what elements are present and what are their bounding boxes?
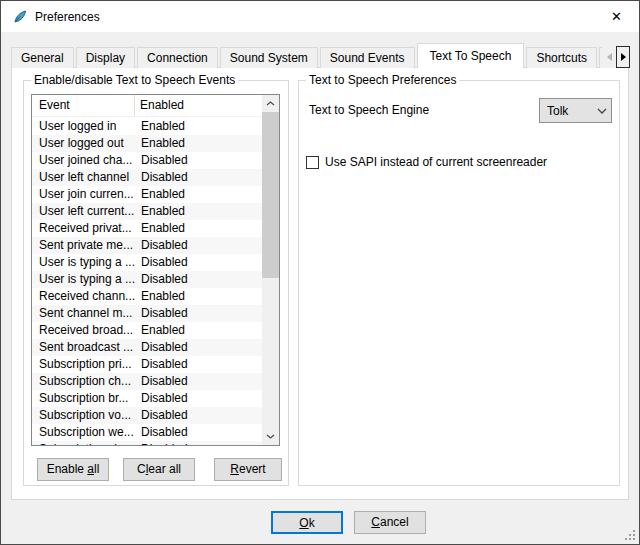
enable-all-button[interactable]: Enable all [37, 458, 109, 481]
tab-scroll-right-button[interactable] [616, 46, 630, 68]
event-row[interactable]: Subscription we... Disabled [32, 424, 262, 441]
event-status: Enabled [136, 118, 262, 135]
list-scrollbar[interactable] [262, 95, 279, 445]
list-rows: User logged in Enabled User logged out E… [32, 118, 262, 445]
tab-general[interactable]: General [11, 47, 74, 68]
revert-button[interactable]: Revert [214, 458, 282, 481]
event-row[interactable]: Received privat... Enabled [32, 220, 262, 237]
chevron-down-icon [266, 434, 275, 439]
event-name: Subscription ch... [32, 373, 136, 390]
tab-scroll-left-button[interactable] [602, 46, 616, 68]
event-row[interactable]: User is typing a ... Disabled [32, 254, 262, 271]
event-name: Subscription we... [32, 424, 136, 441]
event-name: Sent broadcast ... [32, 339, 136, 356]
close-icon[interactable]: ✕ [594, 1, 639, 32]
event-name: User is typing a ... [32, 254, 136, 271]
event-status: Enabled [136, 135, 262, 152]
tab-sound-system[interactable]: Sound System [220, 47, 318, 68]
event-name: Sent channel m... [32, 305, 136, 322]
chevron-down-icon [593, 108, 611, 114]
scrollbar-track[interactable] [262, 112, 279, 428]
tts-events-groupbox: Enable/disable Text to Speech Events Eve… [23, 80, 289, 486]
tab-label: Sound Events [330, 51, 405, 65]
event-row[interactable]: User logged in Enabled [32, 118, 262, 135]
chevron-up-icon [266, 101, 275, 106]
engine-selected-value: Tolk [540, 104, 593, 118]
app-icon [12, 9, 28, 25]
event-row[interactable]: User join curren... Enabled [32, 186, 262, 203]
event-row[interactable]: Sent private me... Disabled [32, 237, 262, 254]
event-status: Disabled [136, 305, 262, 322]
event-name: User join curren... [32, 186, 136, 203]
scrollbar-down-button[interactable] [262, 428, 279, 445]
event-status: Disabled [136, 356, 262, 373]
tab-sound-events[interactable]: Sound Events [320, 47, 415, 68]
tab-connection[interactable]: Connection [137, 47, 218, 68]
preferences-dialog: Preferences ✕ General Display Connection… [0, 0, 640, 545]
tab-page-text-to-speech: Enable/disable Text to Speech Events Eve… [11, 67, 629, 500]
resize-grip[interactable] [625, 530, 627, 532]
event-row[interactable]: Subscription vo... Disabled [32, 407, 262, 424]
ok-button[interactable]: Ok [271, 511, 343, 534]
tab-scroll-buttons [602, 46, 630, 68]
tts-preferences-group-title: Text to Speech Preferences [306, 73, 459, 87]
title-bar[interactable]: Preferences ✕ [1, 1, 639, 32]
event-row[interactable]: User is typing a ... Disabled [32, 271, 262, 288]
sapi-checkbox-label: Use SAPI instead of current screenreader [325, 155, 547, 169]
event-row[interactable]: User joined cha... Disabled [32, 152, 262, 169]
tab-label: Shortcuts [536, 51, 587, 65]
event-name: User joined cha... [32, 152, 136, 169]
event-status: Disabled [136, 169, 262, 186]
column-header-enabled[interactable]: Enabled [135, 95, 262, 116]
event-row[interactable]: Received chann... Enabled [32, 288, 262, 305]
tab-text-to-speech[interactable]: Text To Speech [417, 43, 525, 68]
event-name: Sent private me... [32, 237, 136, 254]
event-status: Disabled [136, 407, 262, 424]
event-status: Disabled [136, 237, 262, 254]
tab-label: General [21, 51, 64, 65]
tab-display[interactable]: Display [76, 47, 135, 68]
tab-label: Sound System [230, 51, 308, 65]
event-row[interactable]: User logged out Enabled [32, 135, 262, 152]
event-name: User is typing a ... [32, 271, 136, 288]
cancel-button[interactable]: Cancel [354, 511, 426, 534]
engine-combobox[interactable]: Tolk [539, 98, 612, 123]
event-row[interactable]: Subscription br... Disabled [32, 390, 262, 407]
sapi-checkbox-row[interactable]: Use SAPI instead of current screenreader [306, 155, 547, 169]
tts-events-group-title: Enable/disable Text to Speech Events [31, 73, 238, 87]
event-row[interactable]: User left current... Enabled [32, 203, 262, 220]
sapi-checkbox[interactable] [306, 156, 319, 169]
event-name: Received broad... [32, 322, 136, 339]
event-status: Disabled [136, 424, 262, 441]
chevron-left-icon [607, 53, 612, 61]
event-row[interactable]: Received broad... Enabled [32, 322, 262, 339]
tts-events-list[interactable]: Event Enabled User logged in Enabled Use… [31, 94, 280, 446]
event-status: Disabled [136, 441, 262, 445]
event-status: Enabled [136, 288, 262, 305]
window-title: Preferences [35, 10, 100, 24]
event-status: Disabled [136, 271, 262, 288]
clear-all-button[interactable]: Clear all [123, 458, 195, 481]
tab-label: Connection [147, 51, 208, 65]
event-row[interactable]: Sent broadcast ... Disabled [32, 339, 262, 356]
tab-label: Display [86, 51, 125, 65]
event-row[interactable]: User left channel Disabled [32, 169, 262, 186]
event-status: Enabled [136, 203, 262, 220]
scrollbar-thumb[interactable] [262, 112, 279, 278]
event-status: Enabled [136, 186, 262, 203]
event-name: Subscription br... [32, 390, 136, 407]
event-name: Received privat... [32, 220, 136, 237]
tab-shortcuts[interactable]: Shortcuts [526, 47, 597, 68]
event-row[interactable]: Subscription ch... Disabled [32, 441, 262, 445]
scrollbar-up-button[interactable] [262, 95, 279, 112]
event-status: Disabled [136, 152, 262, 169]
list-header[interactable]: Event Enabled [32, 95, 262, 117]
event-row[interactable]: Subscription ch... Disabled [32, 373, 262, 390]
tab-label: Text To Speech [430, 49, 512, 63]
event-status: Disabled [136, 373, 262, 390]
column-header-event[interactable]: Event [32, 95, 135, 116]
event-name: Subscription ch... [32, 441, 136, 445]
event-row[interactable]: Sent channel m... Disabled [32, 305, 262, 322]
tab-bar: General Display Connection Sound System … [11, 43, 603, 68]
event-row[interactable]: Subscription pri... Disabled [32, 356, 262, 373]
